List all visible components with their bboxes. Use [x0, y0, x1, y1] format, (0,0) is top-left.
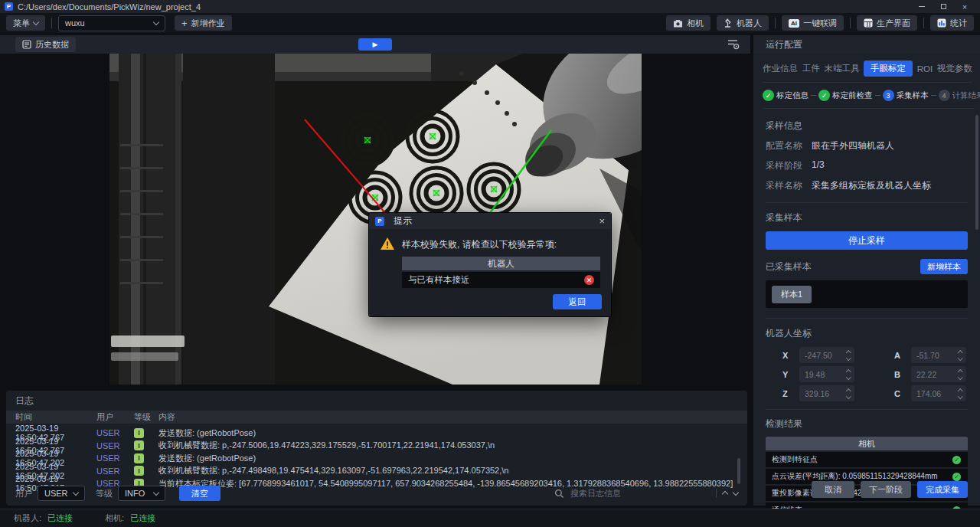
tab-roi[interactable]: ROI	[917, 64, 933, 74]
job-select[interactable]: wuxu	[58, 15, 165, 31]
search-nav-separator	[716, 489, 717, 498]
maximize-icon	[941, 4, 946, 9]
detection-table-header: 相机	[766, 437, 968, 450]
history-data-button[interactable]: 历史数据	[15, 37, 76, 52]
detection-text: 检测到特征点	[772, 454, 818, 465]
stepper[interactable]	[847, 351, 855, 360]
log-panel: 日志 时间 用户 等级 内容 2025-03-19 16:50:42,767 U…	[6, 391, 747, 506]
menu-button[interactable]: 菜单	[6, 15, 45, 31]
stop-sampling-button[interactable]: 停止采样	[766, 231, 968, 250]
tab-job-info[interactable]: 作业信息	[763, 63, 798, 74]
panel-scrollbar[interactable]	[975, 115, 978, 230]
check-ok-icon: ✓	[952, 456, 961, 464]
coord-c-input[interactable]: 174.06	[911, 385, 966, 401]
coord-label: A	[894, 351, 906, 360]
level-filter-select[interactable]: INFO	[118, 486, 165, 501]
back-button[interactable]: 返回	[553, 294, 602, 309]
search-icon	[554, 489, 564, 499]
window-title: C:/Users/dex/Documents/PickWiz/new_proje…	[18, 2, 201, 11]
toolbar-separator	[51, 18, 52, 28]
coord-b-input[interactable]: 22.22	[911, 366, 966, 382]
plus-icon: +	[181, 18, 188, 28]
panel-footer: 取消 下一阶段 完成采集	[812, 481, 968, 498]
next-stage-button[interactable]: 下一阶段	[861, 481, 911, 498]
play-icon: ▶	[373, 41, 378, 48]
step-active-icon: 3	[883, 90, 894, 101]
tab-hand-eye-calibration[interactable]: 手眼标定	[864, 61, 913, 77]
add-sample-button[interactable]: 新增样本	[920, 259, 968, 274]
info-value: 采集多组标定板及机器人坐标	[812, 179, 931, 192]
stepper[interactable]	[847, 389, 855, 398]
log-search-input[interactable]	[570, 489, 710, 498]
finish-collect-button[interactable]: 完成采集	[917, 481, 968, 498]
stats-button[interactable]: 统计	[930, 15, 974, 31]
robot-status-value: 已连接	[47, 512, 73, 524]
level-filter-value: INFO	[125, 489, 145, 498]
status-bar: 机器人: 已连接 相机: 已连接	[0, 509, 980, 527]
stepper[interactable]	[959, 389, 967, 398]
level-filter-label: 等级	[96, 488, 113, 499]
dialog-logo-icon: P	[375, 217, 384, 226]
stepper[interactable]	[847, 370, 855, 379]
coord-y-input[interactable]: 19.48	[799, 366, 854, 382]
stepper[interactable]	[959, 370, 967, 379]
camera-button[interactable]: 相机	[666, 15, 710, 31]
minimize-button[interactable]	[911, 0, 933, 13]
user-filter-select[interactable]: USER	[38, 486, 85, 501]
sampling-info-title: 采样信息	[766, 119, 968, 133]
coord-value: 22.22	[916, 370, 936, 379]
cancel-button[interactable]: 取消	[812, 481, 854, 498]
info-level-icon: I	[134, 453, 144, 463]
grid-layout-icon	[864, 18, 873, 28]
dialog-header: P 提示 ×	[369, 213, 611, 229]
coord-x-input[interactable]: -247.50	[799, 347, 854, 363]
log-scrollbar[interactable]	[737, 458, 740, 484]
log-content: 收到机械臂数据: p,-247.498498,19.475414,329.163…	[158, 465, 747, 476]
dialog-message: 样本校验失败, 请检查以下校验异常项:	[402, 237, 557, 251]
search-next-icon[interactable]	[733, 489, 739, 496]
play-button[interactable]: ▶	[358, 38, 392, 51]
app-window: P C:/Users/dex/Documents/PickWiz/new_pro…	[0, 0, 980, 527]
job-select-value: wuxu	[65, 18, 85, 28]
filter-settings-icon	[727, 38, 740, 50]
coord-z-input[interactable]: 329.16	[799, 385, 854, 401]
section-divider	[766, 202, 968, 203]
dialog-body: 样本校验失败, 请检查以下校验异常项: 机器人 与已有样本接近 ✕ 返回	[369, 229, 611, 316]
production-view-button[interactable]: 生产界面	[857, 15, 917, 31]
step-done-icon: ✓	[763, 90, 774, 101]
section-divider	[766, 409, 968, 410]
coord-value: -51.70	[916, 351, 939, 360]
tab-workpiece[interactable]: 工件	[802, 63, 820, 74]
search-prev-icon[interactable]	[722, 491, 728, 497]
toolbar: 菜单 wuxu + 新增作业 相机 机器人 AI 一键联调	[0, 13, 980, 33]
close-button[interactable]: ×	[954, 0, 975, 13]
one-key-connect-button[interactable]: AI 一键联调	[782, 15, 844, 31]
app-logo-icon: P	[5, 2, 13, 11]
stats-label: 统计	[950, 18, 967, 29]
tab-end-tool[interactable]: 末端工具	[824, 63, 859, 74]
toolbar-separator	[923, 18, 924, 28]
coord-label: B	[894, 370, 906, 379]
step-pending-icon: 4	[939, 90, 950, 101]
warning-dialog: P 提示 × 样本校验失败, 请检查以下校验异常项: 机器人 与已有样本接近 ✕…	[369, 213, 611, 316]
step-connector	[811, 95, 816, 96]
chevron-down-icon	[33, 18, 39, 25]
clear-log-button[interactable]: 清空	[179, 486, 220, 501]
sample-chip[interactable]: 样本1	[772, 286, 812, 303]
tab-vision-params[interactable]: 视觉参数	[937, 63, 972, 74]
add-job-label: 新增作业	[191, 18, 225, 29]
step-connector	[931, 95, 936, 96]
coord-a-input[interactable]: -51.70	[911, 347, 966, 363]
chevron-down-icon	[153, 18, 159, 25]
maximize-button[interactable]	[933, 0, 954, 13]
display-settings-button[interactable]	[727, 38, 740, 53]
stepper[interactable]	[959, 351, 967, 360]
coord-label: Z	[782, 389, 795, 398]
dialog-close-button[interactable]: ×	[599, 216, 605, 226]
stepper-up-icon	[846, 350, 851, 355]
stepper-up-icon	[846, 369, 851, 374]
dialog-error-text: 与已有样本接近	[408, 274, 470, 286]
stepper-up-icon	[958, 350, 962, 355]
add-job-button[interactable]: + 新增作业	[175, 15, 232, 31]
robot-button[interactable]: 机器人	[717, 15, 769, 31]
